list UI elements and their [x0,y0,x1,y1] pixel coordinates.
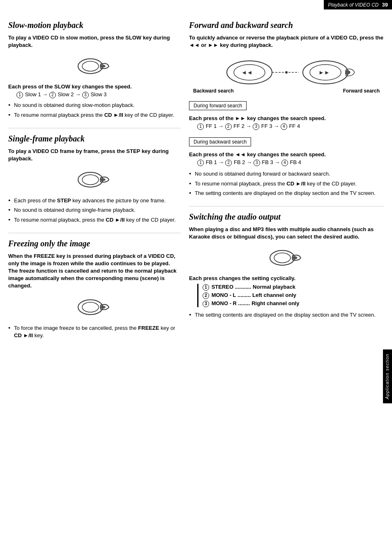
search-diagram-labels: Backward search Forward search [189,88,384,94]
audio-option-1: 1 STEREO ........... Normal playback [203,284,384,291]
forward-speed-header: Each press of the ►► key changes the sea… [189,115,384,121]
audio-bullet-1: The setting contents are displayed on th… [189,311,384,319]
during-backward-label: During backward search [189,137,251,146]
svg-text:►►: ►► [318,69,330,76]
slow-motion-key-diagram [8,54,181,78]
slow-motion-speed-seq: 1 Slow 1 → 2 Slow 2 → 3 Slow 3 [16,91,181,98]
forward-speed-seq: 1 FF 1 → 2 FF 2 → 3 FF 3 → 4 FF 4 [197,123,384,130]
slow-motion-bullets: No sound is obtained during slow-motion … [8,102,181,118]
freeze-key-svg [76,295,113,317]
forward-backward-bullets: No sound is obtained during forward or b… [189,170,384,197]
fb-bullet-3: The setting contents are displayed on th… [189,190,384,197]
freeze-bullets: To force the image freeze to be cancelle… [8,324,181,339]
slow-motion-section: Slow-motion playback To play a VIDEO CD … [8,21,181,119]
right-column: Forward and backward search To quickly a… [189,21,384,348]
forward-label: Forward search [343,88,380,94]
switching-audio-section: Switching the audio output When playing … [189,212,384,319]
single-frame-key-diagram [8,167,181,191]
during-forward-label: During forward search [189,101,247,110]
slow-motion-speed-label: Each press of the SLOW key changes the s… [8,83,181,90]
freeze-key-diagram [8,295,181,319]
forward-backward-section: Forward and backward search To quickly a… [189,21,384,197]
audio-key-svg [268,246,305,268]
single-frame-title: Single-frame playback [8,134,181,144]
freeze-title: Freezing only the image [8,239,181,248]
freeze-section: Freezing only the image When the FREEZE … [8,239,181,339]
audio-option-3: 3 MONO - R ........ Right channel only [203,300,384,307]
slow-motion-intro: To play a VIDEO CD in slow motion, press… [8,34,181,49]
forward-backward-intro: To quickly advance or reverse the playba… [189,34,384,49]
step-key-svg [76,167,113,190]
forward-backward-title: Forward and backward search [189,21,384,30]
slow-bullet-1: No sound is obtained during slow-motion … [8,102,181,109]
backward-speed-header: Each press of the ◄◄ key changes the sea… [189,151,384,158]
audio-options-list: 1 STEREO ........... Normal playback 2 M… [197,284,384,307]
single-frame-bullet-2: No sound is obtained during single-frame… [8,206,181,214]
svg-point-15 [274,253,291,263]
svg-point-3 [82,175,99,185]
backward-speed-seq: 1 FB 1 → 2 FB 2 → 3 FB 3 → 4 FB 4 [197,159,384,166]
slow-motion-title: Slow-motion playback [8,21,181,30]
slow-bullet-2: To resume normal playback press the CD ►… [8,111,181,119]
switching-audio-intro: When playing a disc and MP3 files with m… [189,226,384,241]
search-diagram-svg: ◄◄ ►► [217,54,356,87]
single-frame-bullet-1: Each press of the STEP key advances the … [8,197,181,204]
svg-point-5 [82,302,99,312]
svg-text:◄◄: ◄◄ [241,69,253,76]
slow-key-svg [76,54,113,76]
switching-audio-bullets: The setting contents are displayed on th… [189,311,384,319]
search-diagram: ◄◄ ►► Backw [189,54,384,94]
switching-audio-press-label: Each press changes the setting cyclicall… [189,275,384,281]
single-frame-section: Single-frame playback To play a VIDEO CD… [8,134,181,224]
audio-option-2: 2 MONO - L ......... Left channel only [203,292,384,299]
svg-point-1 [82,61,99,71]
during-forward-box: During forward search [189,98,384,113]
single-frame-intro: To play a VIDEO CD frame by frame, press… [8,148,181,162]
freeze-bullet-1: To force the image freeze to be cancelle… [8,324,181,339]
during-backward-box: During backward search [189,134,384,149]
fb-bullet-1: No sound is obtained during forward or b… [189,170,384,178]
freeze-intro: When the FREEZE key is pressed during pl… [8,253,181,290]
left-column: Slow-motion playback To play a VIDEO CD … [8,21,181,348]
switching-audio-key-diagram [189,246,384,269]
switching-audio-title: Switching the audio output [189,212,384,222]
backward-label: Backward search [193,88,234,94]
svg-point-13 [285,71,288,74]
fb-bullet-2: To resume normal playback, press the CD … [189,180,384,188]
single-frame-bullets: Each press of the STEP key advances the … [8,197,181,224]
single-frame-bullet-3: To resume normal playback, press the CD … [8,216,181,224]
